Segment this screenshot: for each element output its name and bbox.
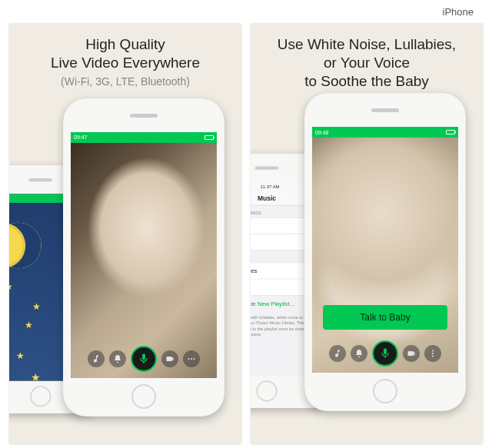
home-button[interactable] — [30, 386, 51, 407]
mic-icon — [379, 347, 391, 360]
moon-icon — [9, 222, 42, 268]
svg-point-0 — [188, 358, 190, 360]
panel2-stage: Carrier 11:37 AM Music PLAYBACK SETTINGS… — [258, 93, 475, 408]
star-icon: ★ — [9, 327, 10, 341]
title-line: Live Video Everywhere — [17, 54, 234, 72]
panel1-subtitle: (Wi-Fi, 3G, LTE, Bluetooth) — [17, 75, 234, 88]
star-icon: ★ — [16, 350, 25, 360]
star-icon: ★ — [32, 300, 41, 311]
panel2-title: Use White Noise, Lullabies, or Your Voic… — [258, 35, 475, 90]
status-time: 09:48 — [315, 130, 329, 135]
title-line: Use White Noise, Lullabies, — [258, 35, 475, 54]
svg-point-3 — [432, 353, 434, 354]
camera-button[interactable] — [403, 345, 420, 362]
title-line: to Soothe the Baby — [258, 72, 475, 91]
platform-label: iPhone — [443, 6, 474, 18]
status-right — [204, 135, 214, 140]
bell-icon — [113, 354, 122, 363]
panel1-title: High Quality Live Video Everywhere — [17, 35, 234, 72]
music-button[interactable] — [329, 345, 346, 362]
screenshot-panels: High Quality Live Video Everywhere (Wi-F… — [9, 23, 483, 443]
star-icon: ★ — [31, 371, 40, 380]
music-icon — [333, 349, 342, 358]
phone-screen: 09:47 — [71, 132, 217, 378]
svg-point-5 — [432, 356, 434, 357]
phone-speaker — [371, 108, 399, 112]
mic-button[interactable] — [131, 346, 157, 372]
bell-icon — [354, 349, 364, 358]
title-line: High Quality — [17, 35, 234, 54]
phone-screen: 09:48 Talk to Baby — [312, 127, 458, 373]
control-bar — [71, 346, 217, 372]
home-button[interactable] — [256, 381, 277, 402]
phone-speaker — [130, 114, 158, 118]
svg-point-1 — [191, 358, 192, 360]
svg-point-2 — [194, 358, 195, 360]
bell-button[interactable] — [109, 350, 126, 367]
control-bar — [312, 340, 458, 367]
panel1-stage: ★ ★ ★ ★ ★ ★ ★ 09:47 — [17, 98, 234, 413]
more-icon — [428, 349, 437, 358]
promo-panel-1: High Quality Live Video Everywhere (Wi-F… — [9, 23, 241, 443]
home-button[interactable] — [131, 384, 156, 409]
battery-icon — [204, 135, 214, 140]
status-bar: 09:47 — [71, 132, 217, 143]
status-right — [446, 130, 455, 134]
star-icon: ★ — [9, 281, 13, 292]
camera-icon — [165, 354, 175, 363]
music-icon — [91, 354, 101, 363]
camera-button[interactable] — [161, 350, 178, 367]
promo-panel-2: Use White Noise, Lullabies, or Your Voic… — [251, 23, 483, 443]
phone-speaker — [28, 178, 52, 181]
phone-device-front: 09:47 — [63, 98, 224, 416]
star-icon: ★ — [25, 319, 33, 330]
more-button[interactable] — [183, 350, 200, 367]
status-time: 11:37 AM — [260, 184, 279, 189]
bell-button[interactable] — [351, 345, 367, 362]
more-button[interactable] — [424, 345, 441, 362]
phone-device-front: 09:48 Talk to Baby — [304, 93, 466, 411]
phone-speaker — [255, 167, 279, 170]
camera-icon — [407, 349, 416, 358]
title-line: or Your Voice — [258, 54, 475, 72]
talk-to-baby-button[interactable]: Talk to Baby — [323, 305, 447, 330]
live-video-feed[interactable] — [71, 143, 217, 378]
mic-icon — [138, 353, 150, 365]
music-button[interactable] — [88, 350, 105, 367]
live-video-feed[interactable] — [312, 138, 458, 373]
home-button[interactable] — [373, 379, 397, 403]
svg-point-4 — [432, 350, 434, 352]
status-time: 09:47 — [74, 134, 88, 140]
more-icon — [187, 354, 196, 363]
mic-button[interactable] — [372, 340, 398, 367]
battery-icon — [446, 130, 455, 134]
status-bar: 09:48 — [312, 127, 458, 138]
